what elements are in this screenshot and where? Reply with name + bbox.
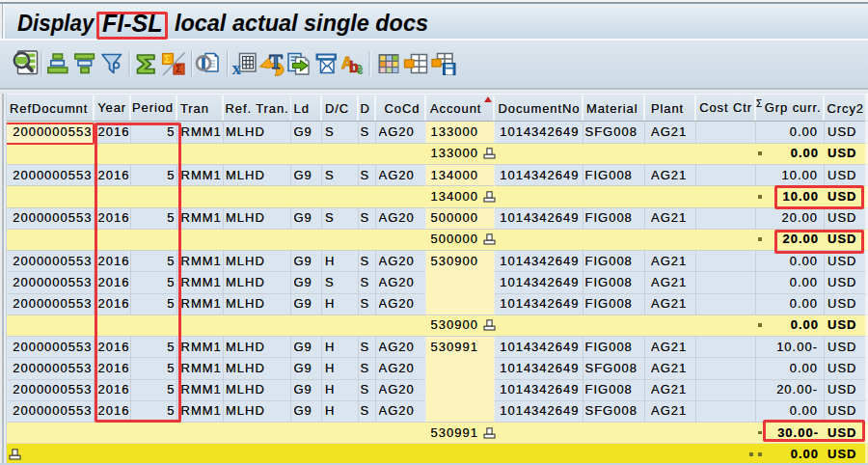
- svg-text:Σ: Σ: [164, 53, 170, 65]
- svg-text:c: c: [357, 64, 364, 77]
- svg-text:x: x: [232, 58, 242, 78]
- svg-text:Σ: Σ: [176, 63, 181, 74]
- svg-text:T: T: [269, 50, 283, 73]
